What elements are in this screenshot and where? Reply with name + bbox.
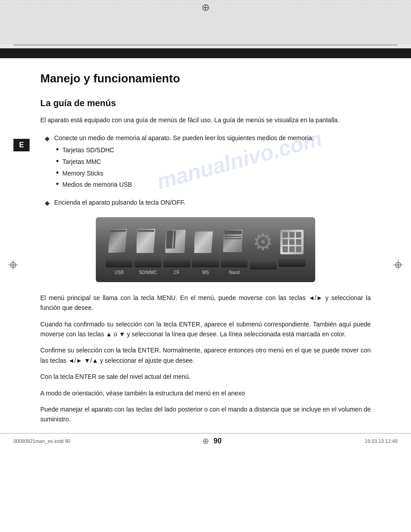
svg-rect-8 bbox=[195, 229, 213, 232]
svg-rect-0 bbox=[108, 229, 127, 253]
list-item-content: Conecte un medio de memoria al aparato. … bbox=[54, 133, 314, 192]
nand-icon bbox=[223, 228, 246, 255]
svg-rect-12 bbox=[224, 238, 241, 239]
body-paragraph-3: Confirme su selección con la tecla ENTER… bbox=[40, 345, 371, 365]
nand-slot: Nand bbox=[221, 224, 248, 275]
footer: 00090921man_es.indd 90 90 ⊕ 19.03.13 12:… bbox=[0, 433, 411, 449]
dot-bullet-icon: • bbox=[56, 180, 59, 189]
list-subitem: • Memory Sticks bbox=[56, 169, 314, 179]
sd-slot: SD/MMC bbox=[134, 224, 161, 275]
slot-base bbox=[221, 259, 248, 267]
ms-label: MS bbox=[202, 270, 209, 275]
slot-base bbox=[106, 259, 133, 267]
svg-rect-3 bbox=[138, 230, 154, 232]
list-item-text: Encienda el aparato pulsando la tecla ON… bbox=[54, 199, 185, 206]
svg-rect-7 bbox=[194, 229, 213, 253]
usb-slot: USB bbox=[106, 224, 133, 275]
dot-sublist: • Tarjetas SD/SDHC • Tarjetas MMC • Memo… bbox=[56, 146, 314, 190]
usb-label: USB bbox=[115, 270, 124, 275]
footer-right: 19.03.13 12:46 bbox=[365, 438, 398, 444]
body-paragraph-1: El menú principal se llama con la tecla … bbox=[40, 293, 371, 313]
page-title: Manejo y funcionamiento bbox=[40, 72, 371, 86]
slot-base bbox=[250, 262, 277, 270]
main-content: Manejo y funcionamiento La guía de menús… bbox=[0, 58, 411, 449]
body-paragraph-6: Puede manejar el aparato con las teclas … bbox=[40, 404, 371, 425]
cf-icon bbox=[165, 228, 188, 255]
list-subitem: • Medios de memoria USB bbox=[56, 180, 314, 190]
diamond-bullet-icon: ◆ bbox=[45, 134, 50, 144]
body-paragraph-2: Cuando ha confirmado su selección con la… bbox=[40, 319, 371, 339]
list-subitem: • Tarjetas MMC bbox=[56, 157, 314, 167]
crosshair-right-icon: ⊕ bbox=[393, 260, 403, 270]
crosshair-left-icon: ⊕ bbox=[8, 260, 18, 270]
cf-slot: CF bbox=[163, 224, 190, 275]
slot-base bbox=[278, 259, 305, 267]
gear-icon: ⚙ bbox=[253, 227, 274, 257]
intro-paragraph: El aparato está equipado con una guía de… bbox=[40, 116, 371, 125]
device-image: USB bbox=[96, 217, 315, 282]
subitem-text: Tarjetas MMC bbox=[62, 157, 101, 167]
keypad-icon bbox=[280, 230, 304, 254]
page-wrapper: ⊕ E ⊕ ⊕ manualnivo.com Manejo y funciona… bbox=[0, 0, 411, 449]
list-item-content: Encienda el aparato pulsando la tecla ON… bbox=[54, 198, 185, 208]
diamond-bullet-icon: ◆ bbox=[45, 198, 50, 208]
nand-label: Nand bbox=[229, 270, 240, 275]
dot-bullet-icon: • bbox=[56, 169, 59, 178]
svg-rect-11 bbox=[225, 236, 242, 237]
slot-base bbox=[134, 259, 161, 267]
list-item-text: Conecte un medio de memoria al aparato. … bbox=[54, 134, 314, 142]
svg-rect-2 bbox=[137, 229, 155, 253]
body-paragraph-4: Con la tecla ENTER se sale del nivel act… bbox=[40, 372, 371, 382]
subitem-text: Tarjetas SD/SDHC bbox=[62, 146, 114, 155]
subitem-text: Medios de memoria USB bbox=[62, 180, 132, 190]
sd-icon bbox=[137, 228, 159, 255]
list-item: ◆ Encienda el aparato pulsando la tecla … bbox=[45, 198, 371, 208]
top-black-bar bbox=[0, 48, 411, 58]
top-decoration: ⊕ bbox=[0, 0, 411, 58]
list-subitem: • Tarjetas SD/SDHC bbox=[56, 146, 314, 155]
gear-slot: ⚙ bbox=[250, 227, 277, 272]
svg-rect-5 bbox=[166, 231, 173, 249]
subitem-text: Memory Sticks bbox=[62, 169, 103, 179]
dot-bullet-icon: • bbox=[56, 157, 59, 166]
ms-icon bbox=[194, 228, 217, 255]
top-border-line bbox=[13, 45, 398, 45]
crosshair-top-center-icon: ⊕ bbox=[201, 3, 210, 13]
body-paragraph-5: A modo de orientación, véase también la … bbox=[40, 388, 371, 398]
page-number: 90 bbox=[214, 437, 222, 445]
footer-crosshair-icon: ⊕ bbox=[202, 436, 209, 446]
svg-rect-10 bbox=[225, 231, 242, 234]
usb-icon bbox=[108, 229, 130, 255]
keypad-slot bbox=[278, 230, 305, 270]
diamond-list: ◆ Conecte un medio de memoria al aparato… bbox=[45, 133, 371, 208]
sd-label: SD/MMC bbox=[139, 270, 157, 275]
section-title: La guía de menús bbox=[40, 98, 371, 108]
slot-base bbox=[163, 259, 190, 267]
list-item: ◆ Conecte un medio de memoria al aparato… bbox=[45, 133, 371, 192]
footer-left: 00090921man_es.indd 90 bbox=[13, 438, 70, 444]
cf-label: CF bbox=[174, 270, 180, 275]
slot-base bbox=[192, 259, 219, 267]
sidebar-letter: E bbox=[13, 139, 30, 151]
dot-bullet-icon: • bbox=[56, 146, 59, 154]
ms-slot: MS bbox=[192, 224, 219, 275]
